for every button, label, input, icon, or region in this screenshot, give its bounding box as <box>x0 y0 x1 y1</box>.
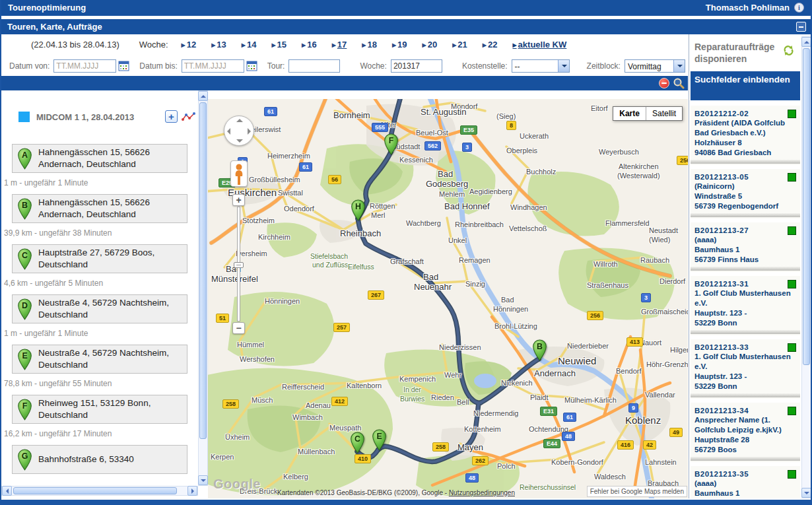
week-link-13[interactable]: ▶13 <box>211 40 226 50</box>
order-name: Ansprecher Name (1. Golfclub Leipzig e.k… <box>694 415 796 435</box>
tour-input[interactable] <box>288 59 340 73</box>
week-link-16[interactable]: ▶16 <box>302 40 317 50</box>
scroll-down-button[interactable] <box>198 475 208 485</box>
map-label: Dierdorf <box>660 277 685 285</box>
tour-stop-C[interactable]: CHauptstraße 27, 56729 Boos, Deutschland <box>12 244 187 273</box>
info-icon[interactable]: i <box>794 3 804 13</box>
order-street: Windstraße 5 <box>694 191 796 201</box>
zeitblock-select[interactable]: Vormittag <box>625 59 685 73</box>
pan-right-icon[interactable] <box>248 128 251 135</box>
map-label: Kessenich <box>399 156 433 164</box>
tour-color-swatch[interactable] <box>18 112 30 122</box>
week-link-20[interactable]: ▶20 <box>423 40 438 50</box>
week-link-22[interactable]: ▶22 <box>483 40 498 50</box>
week-link-21[interactable]: ▶21 <box>452 40 467 50</box>
order-card[interactable]: B20121213-05(Rainicorn)Windstraße 556739… <box>691 169 800 219</box>
scroll-down-button[interactable] <box>801 488 811 498</box>
report-error-link[interactable]: Fehler bei Google Maps melden <box>587 486 687 497</box>
map-pin-icon: A <box>17 148 32 170</box>
scrollbar-thumb[interactable] <box>199 102 207 439</box>
tour-stop-B[interactable]: BHahnengässchen 15, 56626 Andernach, Deu… <box>12 194 187 223</box>
order-id: B20121212-02 <box>694 110 749 118</box>
scroll-up-button[interactable] <box>801 37 811 47</box>
add-stop-icon[interactable]: + <box>165 110 178 123</box>
calendar-icon[interactable] <box>246 61 258 72</box>
order-card[interactable]: B20121213-311. Golf Club Musterhausen e.… <box>691 276 800 335</box>
map-type-karte-button[interactable]: Karte <box>613 107 646 120</box>
map-label: Lahnstein <box>645 458 677 466</box>
map-canvas[interactable]: MondorfSt. Augustin(Sieg)EitorfBornheimW… <box>208 99 688 498</box>
collapse-icon[interactable] <box>659 78 669 88</box>
week-link-19[interactable]: ▶19 <box>392 40 407 50</box>
user-name: Thomasch Pohliman <box>706 3 790 13</box>
scroll-up-button[interactable] <box>198 91 208 101</box>
map-label: Vallendar <box>645 391 675 399</box>
map-label: Müllenbach <box>298 448 335 455</box>
terms-link[interactable]: Nutzungsbedingungen <box>449 489 515 496</box>
road-shield: 412 <box>331 397 348 406</box>
road-shield: 48 <box>465 473 479 483</box>
tour-stop-G[interactable]: GBahnhofstraße 6, 53340 <box>12 445 187 474</box>
current-week-link[interactable]: ▶aktuelle KW <box>512 40 566 50</box>
scrollbar-thumb[interactable] <box>13 487 177 494</box>
order-city: 53229 Bonn <box>694 382 796 391</box>
order-card[interactable]: B20121213-35(aaaa)Baumhaus 156739 Finns … <box>691 466 800 498</box>
week-link-17[interactable]: ▶17 <box>332 40 347 50</box>
search-icon[interactable] <box>673 77 685 92</box>
pin-icon: H <box>351 199 366 221</box>
datum-von-input[interactable] <box>53 59 116 73</box>
tour-list-scrollbar[interactable] <box>198 90 208 486</box>
scrollbar-thumb[interactable] <box>803 48 810 365</box>
map-marker-F[interactable]: F <box>384 133 399 155</box>
optimize-route-icon[interactable] <box>182 112 196 124</box>
map-label: Kempenich <box>399 375 436 383</box>
street-view-pegman[interactable] <box>230 160 248 187</box>
stop-address: Hahnengässchen 15, 56626 Andernach, Deut… <box>38 197 187 220</box>
pan-left-icon[interactable] <box>227 128 230 135</box>
order-card[interactable]: B20121213-27(aaaa)Baumhaus 156739 Finns … <box>691 222 800 272</box>
week-link-15[interactable]: ▶15 <box>271 40 287 50</box>
map-type-control: Karte Satellit <box>613 106 683 121</box>
map-marker-B[interactable]: B <box>532 339 547 361</box>
order-card[interactable]: B20121213-331. Golf Club Musterhausen e.… <box>691 339 800 399</box>
calendar-icon[interactable] <box>118 61 130 72</box>
orders-scrollbar[interactable] <box>801 36 811 498</box>
tour-stop-F[interactable]: FRheinweg 151, 53129 Bonn, Deutschland <box>12 395 187 424</box>
woche-input[interactable] <box>391 59 442 73</box>
pan-down-icon[interactable] <box>236 139 243 143</box>
order-id: B20121213-31 <box>694 280 749 288</box>
pan-up-icon[interactable] <box>236 119 243 122</box>
tour-stop-A[interactable]: AHahnengässchen 15, 56626 Andernach, Deu… <box>12 144 187 173</box>
tour-stop-E[interactable]: ENeustraße 4, 56729 Nachtsheim, Deutschl… <box>12 345 187 374</box>
week-link-14[interactable]: ▶14 <box>242 40 257 50</box>
kostenstelle-select[interactable]: -- <box>512 59 570 73</box>
scroll-left-button[interactable] <box>2 486 12 496</box>
zoom-in-button[interactable]: + <box>232 194 245 206</box>
order-name: (aaaa) <box>694 479 796 488</box>
datum-bis-input[interactable] <box>182 59 244 73</box>
map-label: Müsch <box>252 396 273 404</box>
scroll-right-button[interactable] <box>187 486 197 496</box>
week-link-12[interactable]: ▶12 <box>182 40 197 50</box>
show-search-fields-button[interactable]: Suchfelder einblenden <box>691 71 800 100</box>
week-link-18[interactable]: ▶18 <box>362 40 377 50</box>
map-type-satellit-button[interactable]: Satellit <box>646 107 682 120</box>
map-label: Bad <box>438 169 453 179</box>
tour-stop-D[interactable]: DNeustraße 4, 56729 Nachtsheim, Deutschl… <box>12 294 187 323</box>
leg-distance: 39,9 km - ungefähr 38 Minuten <box>4 228 187 238</box>
map-marker-C[interactable]: C <box>350 432 365 454</box>
order-card[interactable]: B20121213-34Ansprecher Name (1. Golfclub… <box>691 403 800 462</box>
zoom-slider-thumb[interactable] <box>234 262 244 268</box>
order-name: (Rainicorn) <box>694 182 796 191</box>
map-pin-icon: E <box>17 349 32 370</box>
map-pan-control[interactable] <box>224 116 254 146</box>
minimize-button[interactable] <box>796 22 806 32</box>
order-card[interactable]: B20121212-02Präsident (AIDA Golfclub Bad… <box>691 106 800 165</box>
map-marker-H[interactable]: H <box>351 199 366 221</box>
refresh-icon[interactable] <box>783 45 794 59</box>
map-label: Buchholz <box>526 168 556 176</box>
map-marker-E[interactable]: E <box>372 429 387 451</box>
stop-address: Bahnhofstraße 6, 53340 <box>38 454 137 465</box>
tour-list-hscrollbar[interactable] <box>1 486 198 496</box>
zoom-out-button[interactable]: − <box>232 322 245 334</box>
